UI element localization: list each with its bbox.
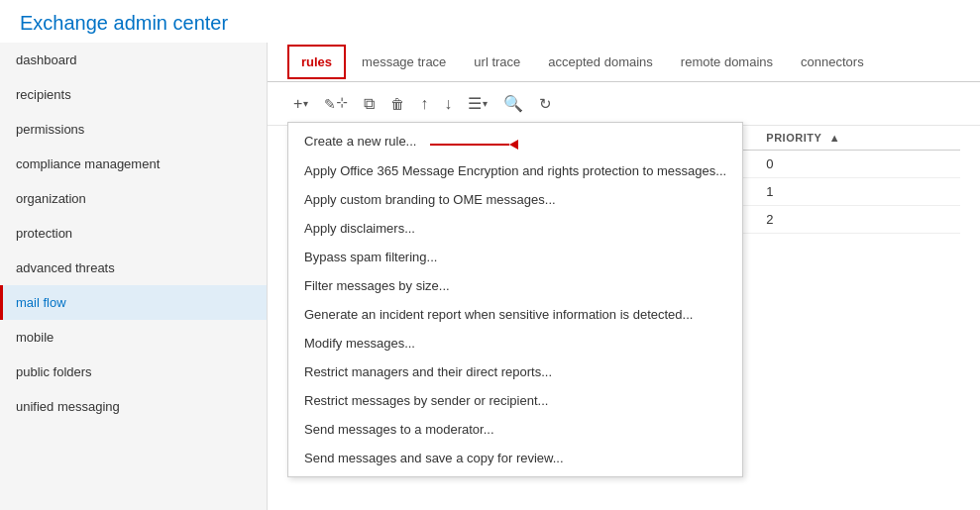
main-layout: dashboard recipients permissions complia… — [0, 43, 980, 510]
sidebar-item-advanced-threats[interactable]: advanced threats — [0, 251, 267, 285]
move-up-button[interactable]: ↑ — [414, 91, 434, 117]
delete-icon: 🗑 — [390, 96, 404, 112]
sidebar-item-mail-flow[interactable]: mail flow — [0, 285, 267, 320]
add-icon: + — [293, 95, 302, 113]
menu-item-restrict-managers[interactable]: Restrict managers and their direct repor… — [288, 357, 742, 386]
tab-message-trace[interactable]: message trace — [350, 47, 458, 77]
sidebar-item-permissions[interactable]: permissions — [0, 112, 267, 147]
edit-button[interactable]: ✎ ⊹ — [318, 92, 354, 116]
sidebar-item-unified-messaging[interactable]: unified messaging — [0, 389, 267, 424]
copy-button[interactable]: ⧉ — [358, 91, 381, 117]
menu-item-apply-o365[interactable]: Apply Office 365 Message Encryption and … — [288, 156, 742, 185]
move-down-button[interactable]: ↓ — [438, 91, 458, 117]
move-up-icon: ↑ — [420, 95, 428, 113]
table-cell-priority: 2 — [758, 206, 960, 234]
enable-button[interactable]: ☰ ▾ — [462, 90, 493, 117]
content-area: rules message trace url trace accepted d… — [268, 43, 980, 510]
table-cell-priority: 1 — [758, 178, 960, 206]
menu-item-generate-incident[interactable]: Generate an incident report when sensiti… — [288, 300, 742, 329]
add-button[interactable]: + ▾ — [287, 91, 314, 117]
menu-item-send-to-moderator[interactable]: Send messages to a moderator... — [288, 415, 742, 444]
menu-item-restrict-by-sender[interactable]: Restrict messages by sender or recipient… — [288, 386, 742, 415]
sidebar-item-dashboard[interactable]: dashboard — [0, 43, 267, 77]
search-button[interactable]: 🔍 — [497, 90, 529, 117]
sort-arrow-priority: ▲ — [829, 132, 840, 144]
copy-icon: ⧉ — [364, 95, 375, 113]
delete-button[interactable]: 🗑 — [384, 92, 410, 116]
table-cell-priority: 0 — [758, 151, 960, 178]
app-title: Exchange admin center — [20, 12, 228, 34]
tab-accepted-domains[interactable]: accepted domains — [536, 47, 665, 77]
tab-connectors[interactable]: connectors — [789, 47, 876, 77]
cursor-icon: ⊹ — [336, 94, 348, 110]
sidebar-item-recipients[interactable]: recipients — [0, 77, 267, 112]
tab-remote-domains[interactable]: remote domains — [669, 47, 785, 77]
menu-item-filter-by-size[interactable]: Filter messages by size... — [288, 271, 742, 300]
menu-item-modify-messages[interactable]: Modify messages... — [288, 329, 742, 357]
tab-rules[interactable]: rules — [287, 45, 346, 79]
sidebar-item-compliance-management[interactable]: compliance management — [0, 147, 267, 181]
tab-bar: rules message trace url trace accepted d… — [268, 43, 980, 82]
menu-item-bypass-spam[interactable]: Bypass spam filtering... — [288, 243, 742, 271]
edit-icon: ✎ — [324, 96, 336, 112]
add-dropdown-arrow: ▾ — [303, 98, 308, 109]
col-header-priority[interactable]: PRIORITY ▲ — [758, 126, 960, 151]
arrow-annotation — [430, 134, 518, 149]
search-icon: 🔍 — [503, 94, 523, 113]
menu-item-apply-custom-branding[interactable]: Apply custom branding to OME messages... — [288, 185, 742, 214]
menu-item-apply-disclaimers[interactable]: Apply disclaimers... — [288, 214, 742, 243]
sidebar-item-public-folders[interactable]: public folders — [0, 355, 267, 389]
menu-item-send-save-copy[interactable]: Send messages and save a copy for review… — [288, 444, 742, 472]
enable-dropdown-arrow: ▾ — [483, 98, 488, 109]
app-header: Exchange admin center — [0, 0, 980, 43]
add-dropdown-menu: Create a new rule... Apply Office 365 Me… — [287, 122, 743, 477]
enable-icon: ☰ — [468, 94, 482, 113]
refresh-icon: ↻ — [539, 95, 552, 113]
sidebar-item-organization[interactable]: organization — [0, 181, 267, 216]
sidebar: dashboard recipients permissions complia… — [0, 43, 268, 510]
refresh-button[interactable]: ↻ — [533, 91, 558, 117]
sidebar-item-mobile[interactable]: mobile — [0, 320, 267, 355]
tab-url-trace[interactable]: url trace — [462, 47, 532, 77]
toolbar: + ▾ ✎ ⊹ ⧉ 🗑 ↑ ↓ ☰ ▾ � — [268, 82, 980, 126]
move-down-icon: ↓ — [444, 95, 452, 113]
menu-item-create-new-rule[interactable]: Create a new rule... — [288, 127, 742, 156]
sidebar-item-protection[interactable]: protection — [0, 216, 267, 251]
